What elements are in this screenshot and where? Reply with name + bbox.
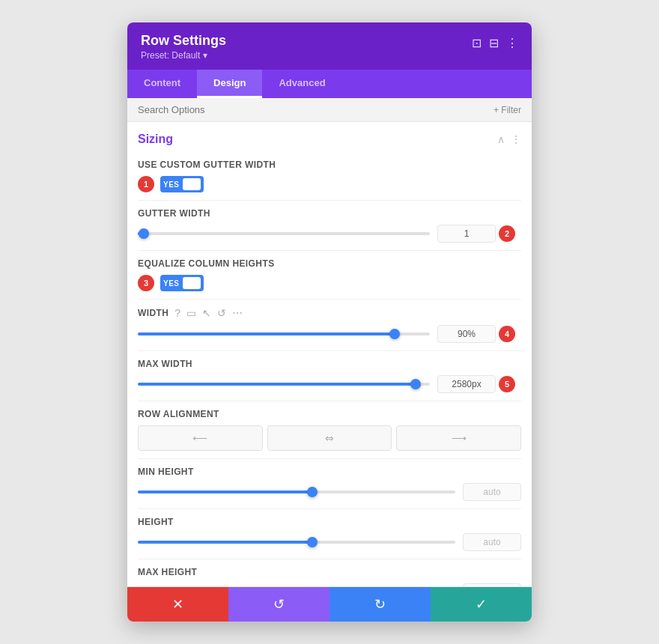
question-icon[interactable]: ? xyxy=(174,307,180,319)
use-custom-gutter-label: Use Custom Gutter Width xyxy=(138,160,521,170)
equalize-column-row: Equalize Column Heights 3 YES xyxy=(138,251,521,300)
min-height-slider-row xyxy=(138,483,521,501)
tab-design[interactable]: Design xyxy=(197,70,262,98)
badge-5: 5 xyxy=(499,376,515,392)
collapse-icon[interactable]: ∧ xyxy=(497,133,505,145)
width-label-row: Width ? ▭ ↖ ↺ ⋯ xyxy=(138,307,521,319)
section-controls: ∧ ⋮ xyxy=(497,133,521,145)
equalize-toggle-yes: YES xyxy=(163,279,180,288)
height-label: Height xyxy=(138,517,521,527)
panel-header: Row Settings Preset: Default ▾ ⊡ ⊟ ⋮ xyxy=(127,22,532,70)
min-height-input[interactable] xyxy=(463,483,521,501)
use-custom-gutter-row: Use Custom Gutter Width 1 YES xyxy=(138,152,521,201)
width-slider-row: 4 xyxy=(138,325,521,343)
max-width-fill xyxy=(138,383,416,386)
filter-label: + Filter xyxy=(494,105,521,115)
max-height-input[interactable] xyxy=(463,583,521,586)
toggle-knob xyxy=(183,178,201,190)
max-width-track[interactable] xyxy=(138,383,430,386)
redo-button[interactable]: ↻ xyxy=(330,587,431,622)
align-right-button[interactable]: ⟶ xyxy=(396,425,521,451)
undo-icon: ↺ xyxy=(273,596,285,613)
height-row: Height xyxy=(138,509,521,559)
width-input[interactable] xyxy=(437,325,496,343)
section-title: Sizing xyxy=(138,133,173,146)
fullscreen-icon[interactable]: ⊡ xyxy=(472,36,482,50)
width-more-icon[interactable]: ⋯ xyxy=(232,307,243,319)
row-alignment-row: Row Alignment ⟵ ⇔ ⟶ xyxy=(138,401,521,459)
min-height-thumb[interactable] xyxy=(307,487,318,497)
search-bar: + Filter xyxy=(127,98,532,122)
max-height-label: Max Height xyxy=(138,567,521,577)
custom-gutter-toggle[interactable]: YES xyxy=(160,176,204,192)
max-width-value-box: 5 xyxy=(437,375,521,393)
cancel-icon: ✕ xyxy=(172,596,183,613)
equalize-column-label: Equalize Column Heights xyxy=(138,258,521,269)
width-value-box: 4 xyxy=(437,325,521,343)
align-right-icon: ⟶ xyxy=(452,432,467,444)
equalize-toggle[interactable]: YES xyxy=(160,275,204,291)
width-fill xyxy=(138,332,395,335)
section-header: Sizing ∧ ⋮ xyxy=(138,122,521,152)
gutter-width-input[interactable] xyxy=(437,225,496,243)
width-track[interactable] xyxy=(138,332,430,335)
gutter-width-value-box: 2 xyxy=(437,225,521,243)
search-input[interactable] xyxy=(138,104,494,115)
save-icon: ✓ xyxy=(476,596,487,613)
save-button[interactable]: ✓ xyxy=(431,587,532,622)
width-label: Width xyxy=(138,308,168,318)
section-more-icon[interactable]: ⋮ xyxy=(511,133,521,145)
tabs-bar: Content Design Advanced xyxy=(127,70,532,98)
height-fill xyxy=(138,541,312,544)
gutter-width-label: Gutter Width xyxy=(138,208,521,219)
row-alignment-label: Row Alignment xyxy=(138,409,521,419)
badge-1: 1 xyxy=(138,176,154,192)
tablet-icon[interactable]: ▭ xyxy=(186,307,196,319)
max-width-label: Max Width xyxy=(138,359,521,369)
height-thumb[interactable] xyxy=(307,537,318,547)
max-width-slider-row: 5 xyxy=(138,375,521,393)
width-row: Width ? ▭ ↖ ↺ ⋯ 4 xyxy=(138,300,521,351)
equalize-column-toggle-container: 3 YES xyxy=(138,275,521,291)
use-custom-gutter-toggle-container: 1 YES xyxy=(138,176,521,192)
redo-icon: ↻ xyxy=(374,596,386,613)
panel-footer: ✕ ↺ ↻ ✓ xyxy=(127,586,532,622)
height-input[interactable] xyxy=(463,533,521,551)
height-slider-row xyxy=(138,533,521,551)
align-left-button[interactable]: ⟵ xyxy=(138,425,263,451)
gutter-width-row: Gutter Width 2 xyxy=(138,201,521,251)
cursor-icon[interactable]: ↖ xyxy=(202,307,211,319)
max-width-row: Max Width 5 xyxy=(138,351,521,401)
max-width-input[interactable] xyxy=(437,375,496,393)
gutter-width-thumb[interactable] xyxy=(139,228,149,239)
panel-header-left: Row Settings Preset: Default ▾ xyxy=(141,33,226,61)
max-width-thumb[interactable] xyxy=(410,379,421,389)
undo-width-icon[interactable]: ↺ xyxy=(217,307,226,319)
cancel-button[interactable]: ✕ xyxy=(127,587,228,622)
width-thumb[interactable] xyxy=(389,329,400,339)
badge-3: 3 xyxy=(138,275,154,291)
align-center-button[interactable]: ⇔ xyxy=(267,425,392,451)
badge-2: 2 xyxy=(499,225,515,242)
alignment-buttons: ⟵ ⇔ ⟶ xyxy=(138,425,521,451)
gutter-width-track[interactable] xyxy=(138,232,430,235)
min-height-track[interactable] xyxy=(138,490,455,493)
more-icon[interactable]: ⋮ xyxy=(506,36,518,50)
gutter-width-slider-row: 2 xyxy=(138,225,521,243)
tab-advanced[interactable]: Advanced xyxy=(262,70,341,98)
panel-preset[interactable]: Preset: Default ▾ xyxy=(141,50,226,61)
max-height-row: Max Height xyxy=(138,559,521,586)
height-track[interactable] xyxy=(138,541,455,544)
filter-button[interactable]: + Filter xyxy=(494,105,521,115)
undo-button[interactable]: ↺ xyxy=(228,587,330,622)
min-height-label: Min Height xyxy=(138,467,521,477)
settings-content: Sizing ∧ ⋮ Use Custom Gutter Width 1 YES… xyxy=(127,122,532,586)
min-height-row: Min Height xyxy=(138,459,521,509)
min-height-fill xyxy=(138,490,312,493)
layout-icon[interactable]: ⊟ xyxy=(489,36,499,50)
toggle-yes-label: YES xyxy=(163,180,180,189)
row-settings-panel: Row Settings Preset: Default ▾ ⊡ ⊟ ⋮ Con… xyxy=(127,22,532,622)
panel-header-icons: ⊡ ⊟ ⋮ xyxy=(472,36,518,50)
tab-content[interactable]: Content xyxy=(127,70,197,98)
align-left-icon: ⟵ xyxy=(192,432,207,444)
